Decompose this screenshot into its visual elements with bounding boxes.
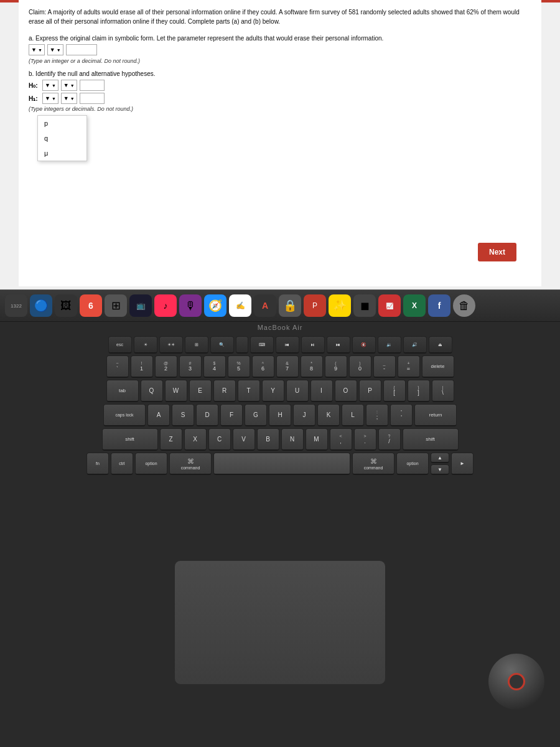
key-f12[interactable]: 🔊: [403, 336, 427, 354]
key-6[interactable]: ^6: [252, 355, 274, 378]
dock-icon-f[interactable]: f: [428, 294, 450, 317]
key-caps[interactable]: caps lock: [103, 404, 146, 426]
popup-item-q[interactable]: q: [38, 131, 86, 146]
key-i[interactable]: I: [310, 380, 333, 402]
key-f8[interactable]: ⏯: [301, 336, 325, 354]
key-w[interactable]: W: [165, 380, 187, 402]
key-option-r[interactable]: option: [396, 453, 429, 475]
key-f11[interactable]: 🔉: [378, 336, 401, 354]
key-r[interactable]: R: [213, 380, 236, 402]
key-f5[interactable]: [236, 336, 248, 354]
h0-dropdown-2[interactable]: ▼: [61, 80, 77, 91]
key-equals[interactable]: +=: [398, 355, 420, 378]
key-f6[interactable]: ⌨: [250, 336, 274, 354]
key-g[interactable]: G: [245, 404, 267, 426]
dock-icon-ppt[interactable]: P: [304, 294, 326, 317]
h1-dropdown-2[interactable]: ▼: [61, 93, 77, 104]
dock-icon-trash[interactable]: 🗑: [453, 294, 475, 317]
touchpad[interactable]: [174, 560, 386, 685]
key-comma[interactable]: <,: [330, 428, 352, 451]
key-f[interactable]: F: [220, 404, 243, 426]
dock-icon-notes[interactable]: ✍: [229, 294, 251, 317]
key-1[interactable]: !1: [131, 355, 153, 378]
key-y[interactable]: Y: [262, 380, 284, 402]
dock-icon-podcast[interactable]: 🎙: [179, 294, 202, 317]
key-ctrl[interactable]: ctrl: [111, 453, 133, 475]
key-f2[interactable]: ☀☀: [159, 336, 183, 354]
dock-icon-photos[interactable]: 🖼: [55, 294, 77, 317]
key-command-r[interactable]: ⌘ command: [352, 453, 394, 475]
key-slash[interactable]: ?/: [378, 428, 401, 451]
key-5[interactable]: %5: [228, 355, 250, 378]
key-4[interactable]: $4: [203, 355, 226, 378]
key-space[interactable]: [213, 453, 350, 475]
key-z[interactable]: Z: [160, 428, 182, 451]
dock-icon-excel[interactable]: X: [403, 294, 426, 317]
key-3[interactable]: #3: [179, 355, 202, 378]
part-a-value-input[interactable]: [66, 44, 97, 55]
key-7[interactable]: &7: [276, 355, 299, 378]
dock-icon-sparkle[interactable]: ✨: [329, 294, 351, 317]
key-up[interactable]: ▲: [431, 453, 449, 463]
key-d[interactable]: D: [196, 404, 218, 426]
dock-icon-safari[interactable]: 🧭: [204, 294, 226, 317]
key-backslash[interactable]: |\: [432, 380, 454, 402]
key-a[interactable]: A: [147, 404, 170, 426]
key-semicolon[interactable]: :;: [366, 404, 388, 426]
key-down[interactable]: ▼: [431, 464, 449, 475]
key-b[interactable]: B: [257, 428, 279, 451]
key-j[interactable]: J: [293, 404, 315, 426]
key-x[interactable]: X: [184, 428, 207, 451]
key-t[interactable]: T: [238, 380, 260, 402]
key-tab[interactable]: tab: [106, 380, 139, 402]
key-lshift[interactable]: shift: [102, 428, 158, 451]
key-n[interactable]: N: [281, 428, 304, 451]
h0-dropdown-1[interactable]: ▼: [42, 80, 58, 91]
key-backtick[interactable]: ~`: [106, 355, 129, 378]
key-u[interactable]: U: [286, 380, 309, 402]
key-option-l[interactable]: option: [135, 453, 167, 475]
dock-icon-grid[interactable]: ⊞: [105, 294, 127, 317]
key-lbracket[interactable]: {[: [383, 380, 406, 402]
key-right[interactable]: ►: [451, 453, 474, 475]
key-f10[interactable]: 🔇: [352, 336, 376, 354]
key-f7[interactable]: ⏮: [276, 336, 299, 354]
key-fn[interactable]: fn: [86, 453, 109, 475]
key-f9[interactable]: ⏭: [327, 336, 350, 354]
popup-item-mu[interactable]: μ: [38, 146, 86, 161]
key-h[interactable]: H: [269, 404, 291, 426]
key-power[interactable]: ⏏: [429, 336, 452, 354]
dock-icon-a[interactable]: A: [254, 294, 276, 317]
dock-icon-calendar[interactable]: 6: [80, 294, 102, 317]
key-0[interactable]: )0: [349, 355, 371, 378]
dock-icon-music[interactable]: ♪: [154, 294, 177, 317]
h1-value-input[interactable]: [80, 93, 105, 104]
dock-icon-finder[interactable]: 🔵: [30, 294, 52, 317]
key-c[interactable]: C: [208, 428, 231, 451]
key-9[interactable]: (9: [325, 355, 347, 378]
key-2[interactable]: @2: [155, 355, 177, 378]
key-f3[interactable]: ⊞: [185, 336, 208, 354]
key-k[interactable]: K: [317, 404, 340, 426]
key-p[interactable]: P: [359, 380, 381, 402]
key-v[interactable]: V: [233, 428, 255, 451]
key-8[interactable]: *8: [301, 355, 323, 378]
key-return[interactable]: return: [414, 404, 457, 426]
key-f4[interactable]: 🔍: [210, 336, 234, 354]
key-command-l[interactable]: ⌘ command: [169, 453, 212, 475]
key-rshift[interactable]: shift: [403, 428, 459, 451]
key-esc[interactable]: esc: [108, 336, 132, 354]
h0-value-input[interactable]: [80, 80, 105, 91]
dock-icon-lock[interactable]: 🔒: [279, 294, 301, 317]
dock-icon-activity[interactable]: 📈: [378, 294, 401, 317]
key-rbracket[interactable]: }]: [408, 380, 430, 402]
key-period[interactable]: >.: [354, 428, 376, 451]
next-button[interactable]: Next: [478, 243, 516, 261]
dock-icon-tv[interactable]: 📺: [129, 294, 152, 317]
h1-dropdown-1[interactable]: ▼: [42, 93, 58, 104]
popup-item-p[interactable]: p: [38, 116, 86, 131]
part-a-dropdown-2[interactable]: ▼: [47, 44, 63, 55]
key-f1[interactable]: ☀: [134, 336, 157, 354]
key-minus[interactable]: _-: [373, 355, 396, 378]
key-quote[interactable]: "': [390, 404, 413, 426]
